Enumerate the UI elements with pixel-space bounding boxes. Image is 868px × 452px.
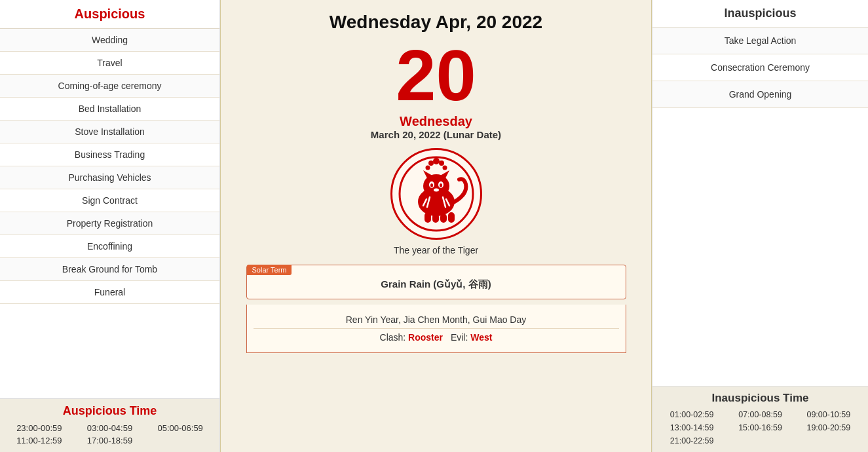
day-number: 20 [396, 39, 476, 111]
svg-rect-17 [448, 212, 455, 223]
inauspicious-time-item: 21:00-22:59 [659, 436, 725, 445]
auspicious-list-item: Purchasing Vehicles [0, 166, 219, 189]
auspicious-time-item: 11:00-12:59 [7, 436, 72, 445]
inauspicious-time-item: 13:00-14:59 [659, 423, 725, 432]
inauspicious-header: Inauspicious [652, 0, 868, 28]
left-panel: Auspicious WeddingTravelComing-of-age ce… [0, 0, 220, 452]
auspicious-list-item: Property Registration [0, 212, 219, 235]
main-title: Wednesday Apr, 20 2022 [330, 12, 542, 33]
svg-point-9 [434, 189, 439, 192]
solar-term-section: Solar Term Grain Rain (Gǔyǔ, 谷雨) [246, 265, 626, 299]
auspicious-list: WeddingTravelComing-of-age ceremonyBed I… [0, 29, 219, 398]
inauspicious-list: Take Legal ActionConsecration CeremonyGr… [652, 28, 868, 207]
evil-value: West [470, 332, 492, 343]
svg-point-19 [428, 160, 434, 166]
auspicious-time-section: Auspicious Time 23:00-00:5903:00-04:5905… [0, 398, 219, 452]
info-section: Ren Yin Year, Jia Chen Month, Gui Mao Da… [246, 305, 626, 353]
inauspicious-list-item: Take Legal Action [652, 28, 868, 54]
inauspicious-list-item: Consecration Ceremony [652, 54, 868, 81]
auspicious-list-item: Wedding [0, 29, 219, 52]
auspicious-time-grid: 23:00-00:5903:00-04:5905:00-06:5911:00-1… [7, 423, 213, 445]
inauspicious-time-item [796, 436, 861, 445]
svg-point-7 [430, 183, 433, 187]
svg-point-20 [439, 160, 444, 166]
inauspicious-list-item: Grand Opening [652, 81, 868, 108]
lunar-date-bold: March 20, 2022 [371, 129, 441, 140]
auspicious-list-item: Sign Contract [0, 189, 219, 212]
inauspicious-time-item: 01:00-02:59 [659, 410, 725, 419]
auspicious-title: Auspicious [0, 7, 219, 22]
right-spacer [652, 207, 868, 386]
ymd-text: Ren Yin Year, Jia Chen Month, Gui Mao Da… [346, 314, 527, 325]
auspicious-list-item: Coming-of-age ceremony [0, 75, 219, 98]
inauspicious-time-item: 07:00-08:59 [727, 410, 793, 419]
auspicious-list-item: Break Ground for Tomb [0, 258, 219, 281]
inauspicious-time-item: 09:00-10:59 [796, 410, 861, 419]
auspicious-time-item: 03:00-04:59 [77, 423, 143, 433]
auspicious-time-title: Auspicious Time [7, 404, 213, 418]
year-label: The year of the Tiger [394, 245, 478, 255]
inauspicious-time-item [727, 436, 793, 445]
auspicious-list-item: Funeral [0, 281, 219, 304]
evil-label: Evil: [451, 332, 468, 343]
ymd-row: Ren Yin Year, Jia Chen Month, Gui Mao Da… [254, 311, 619, 329]
inauspicious-time-item: 19:00-20:59 [796, 423, 861, 432]
auspicious-list-item: Bed Installation [0, 98, 219, 121]
svg-rect-14 [425, 212, 431, 223]
clash-label: Clash: [380, 332, 406, 343]
auspicious-list-item: Business Trading [0, 143, 219, 166]
auspicious-time-item: 23:00-00:59 [7, 423, 72, 433]
tiger-icon [397, 155, 476, 233]
auspicious-time-item: 05:00-06:59 [147, 423, 213, 433]
svg-point-22 [442, 166, 447, 170]
auspicious-list-item: Encoffining [0, 235, 219, 258]
svg-point-21 [425, 166, 430, 170]
auspicious-time-item: 17:00-18:59 [77, 436, 143, 445]
clash-value: Rooster [408, 332, 443, 343]
inauspicious-time-title: Inauspicious Time [659, 392, 861, 405]
inauspicious-time-grid: 01:00-02:5907:00-08:5909:00-10:5913:00-1… [659, 410, 861, 445]
auspicious-list-item: Travel [0, 52, 219, 75]
svg-point-8 [440, 183, 442, 187]
inauspicious-title: Inauspicious [652, 7, 868, 20]
svg-rect-15 [432, 214, 439, 223]
center-panel: Wednesday Apr, 20 2022 20 Wednesday Marc… [220, 0, 652, 452]
auspicious-list-item: Stove Installation [0, 121, 219, 143]
solar-term-badge: Solar Term [247, 265, 292, 275]
lunar-date: March 20, 2022 (Lunar Date) [371, 129, 501, 140]
clash-row: Clash: Rooster Evil: West [254, 329, 619, 346]
right-panel: Inauspicious Take Legal ActionConsecrati… [652, 0, 868, 452]
tiger-circle [390, 148, 482, 240]
inauspicious-time-section: Inauspicious Time 01:00-02:5907:00-08:59… [652, 386, 868, 452]
svg-point-18 [433, 158, 440, 164]
lunar-date-suffix: (Lunar Date) [443, 129, 501, 140]
auspicious-time-item [147, 436, 213, 445]
auspicious-header: Auspicious [0, 0, 219, 29]
weekday-label: Wednesday [400, 114, 472, 129]
inauspicious-time-item: 15:00-16:59 [727, 423, 793, 432]
svg-rect-16 [440, 214, 447, 223]
solar-term-text: Grain Rain (Gǔyǔ, 谷雨) [247, 265, 626, 299]
